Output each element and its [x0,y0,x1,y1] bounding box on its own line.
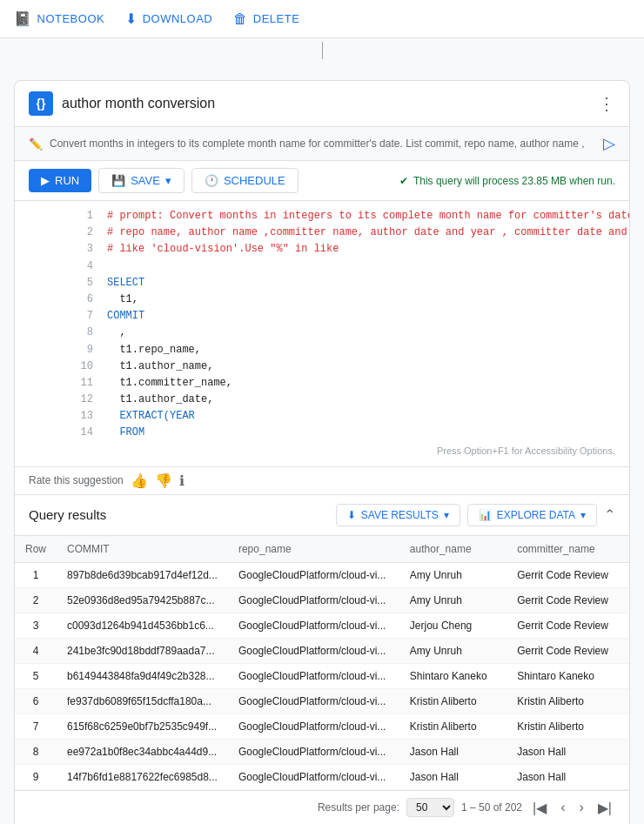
cell-commit: 241be3fc90d18bddf789aada7... [57,638,228,663]
first-page-button[interactable]: |◀ [529,798,550,818]
table-header-row: Row COMMIT repo_name author_name committ… [15,536,629,563]
cell-row-num: 7 [15,713,57,739]
cell-author: Jason Hall [399,739,506,764]
prev-page-button[interactable]: ‹ [557,798,568,817]
col-header-author: author_name [399,536,506,563]
save-results-icon: ⬇ [347,509,356,521]
download-button[interactable]: ⬇ DOWNLOAD [125,10,212,27]
code-line-2: 2 # repo name, author name ,committer na… [67,224,615,241]
cell-author: Amy Unruh [399,562,506,587]
check-icon: ✔ [399,175,408,187]
cell-author: Jerjou Cheng [399,613,506,638]
run-arrow-icon[interactable]: ▷ [603,134,615,153]
cell-author: Kristin Aliberto [399,713,506,739]
per-page-select[interactable]: 50 25 100 [406,798,454,817]
save-results-button[interactable]: ⬇ SAVE RESULTS ▾ [336,504,460,526]
notebook-button[interactable]: 📓 NOTEBOOK [14,10,104,27]
run-button[interactable]: ▶ RUN [29,169,91,192]
card-title: author month conversion [62,96,215,111]
last-page-button[interactable]: ▶| [594,798,615,818]
explore-icon: 📊 [479,509,492,521]
card-header: {} author month conversion ⋮ [15,81,629,127]
table-row: 5 b6149443848fa9d4f49c2b328... GoogleClo… [15,663,629,688]
table-row: 3 c0093d1264b941d4536bb1c6... GoogleClou… [15,613,629,638]
cell-committer: Shintaro Kaneko [506,663,629,688]
top-toolbar: 📓 NOTEBOOK ⬇ DOWNLOAD 🗑 DELETE [0,0,644,38]
code-lines: 1 # prompt: Convert months in integers t… [15,208,629,442]
code-line-14: 14 FROM [67,425,615,441]
code-line-13: 13 EXTRACT(YEAR [67,408,615,425]
code-line-1: 1 # prompt: Convert months in integers t… [67,208,615,224]
page-range: 1 – 50 of 202 [461,801,522,814]
results-table-wrap: Row COMMIT repo_name author_name committ… [15,536,629,790]
edit-icon[interactable]: ✏️ [29,137,43,151]
code-line-8: 8 , [67,325,615,341]
next-page-button[interactable]: › [576,798,587,817]
table-row: 2 52e0936d8ed95a79425b887c... GoogleClou… [15,587,629,613]
accessibility-hint: Press Option+F1 for Accessibility Option… [15,442,629,459]
cell-committer: Kristin Aliberto [506,713,629,739]
query-description: Convert months in integers to its comple… [50,137,603,150]
cell-repo: GoogleCloudPlatform/cloud-vi... [228,638,399,663]
cell-author: Shintaro Kaneko [399,663,506,688]
cell-commit: 14f7b6fd1e8817622fec6985d8... [57,764,228,789]
cell-committer: Gerrit Code Review [506,587,629,613]
delete-icon: 🗑 [233,11,248,27]
table-header: Row COMMIT repo_name author_name committ… [15,536,629,563]
col-header-commit: COMMIT [57,536,228,563]
table-row: 7 615f68c6259e0bf7b2535c949f... GoogleCl… [15,713,629,739]
thumbs-down-icon[interactable]: 👎 [155,472,172,489]
cell-repo: GoogleCloudPlatform/cloud-vi... [228,587,399,613]
cell-repo: GoogleCloudPlatform/cloud-vi... [228,713,399,739]
cell-commit: 52e0936d8ed95a79425b887c... [57,587,228,613]
delete-button[interactable]: 🗑 DELETE [233,11,299,27]
card-icon-symbol: {} [37,97,46,111]
thumbs-up-icon[interactable]: 👍 [131,472,148,489]
results-title: Query results [29,507,106,522]
card-icon: {} [29,91,53,116]
cell-repo: GoogleCloudPlatform/cloud-vi... [228,764,399,789]
card-menu-icon[interactable]: ⋮ [598,93,615,114]
rating-label: Rate this suggestion [29,474,124,486]
cell-committer: Jason Hall [506,764,629,789]
code-editor[interactable]: 1 # prompt: Convert months in integers t… [15,201,629,467]
info-icon[interactable]: ℹ [179,472,184,489]
code-line-7: 7 COMMIT [67,308,615,325]
code-line-10: 10 t1.author_name, [67,358,615,375]
schedule-button[interactable]: 🕐 SCHEDULE [191,168,299,193]
cell-row-num: 4 [15,638,57,663]
code-line-4: 4 [67,258,615,275]
results-header: Query results ⬇ SAVE RESULTS ▾ 📊 EXPLORE… [15,495,629,536]
cell-row-num: 1 [15,562,57,587]
code-line-11: 11 t1.committer_name, [67,375,615,392]
save-button[interactable]: 💾 SAVE ▾ [98,168,184,193]
results-table: Row COMMIT repo_name author_name committ… [15,536,629,790]
table-row: 6 fe937db6089f65f15dcffa180a... GoogleCl… [15,688,629,713]
code-line-5: 5 SELECT [67,275,615,291]
table-row: 9 14f7b6fd1e8817622fec6985d8... GoogleCl… [15,764,629,789]
save-icon: 💾 [111,174,125,187]
run-play-icon: ▶ [41,174,50,187]
collapse-icon[interactable]: ⌃ [604,506,615,523]
schedule-icon: 🕐 [205,174,218,187]
cell-committer: Gerrit Code Review [506,613,629,638]
table-row: 1 897b8de6d39bcab917d4ef12d... GoogleClo… [15,562,629,587]
save-dropdown-icon: ▾ [165,174,171,187]
table-row: 8 ee972a1b0f8ec34abbc4a44d9... GoogleClo… [15,739,629,764]
cell-repo: GoogleCloudPlatform/cloud-vi... [228,562,399,587]
code-line-12: 12 t1.author_date, [67,392,615,408]
col-header-committer: committer_name [506,536,629,563]
explore-data-button[interactable]: 📊 EXPLORE DATA ▾ [467,504,597,526]
cell-commit: fe937db6089f65f15dcffa180a... [57,688,228,713]
action-bar: ▶ RUN 💾 SAVE ▾ 🕐 SCHEDULE ✔ This query w… [15,161,629,201]
per-page-label: Results per page: [318,801,399,814]
cell-author: Amy Unruh [399,587,506,613]
cell-commit: c0093d1264b941d4536bb1c6... [57,613,228,638]
code-line-3: 3 # like 'cloud-vision'.Use "%" in like [67,241,615,258]
cell-repo: GoogleCloudPlatform/cloud-vi... [228,739,399,764]
cell-row-num: 2 [15,587,57,613]
table-row: 4 241be3fc90d18bddf789aada7... GoogleClo… [15,638,629,663]
cell-committer: Gerrit Code Review [506,562,629,587]
save-results-dropdown-icon: ▾ [444,509,449,521]
cell-commit: b6149443848fa9d4f49c2b328... [57,663,228,688]
